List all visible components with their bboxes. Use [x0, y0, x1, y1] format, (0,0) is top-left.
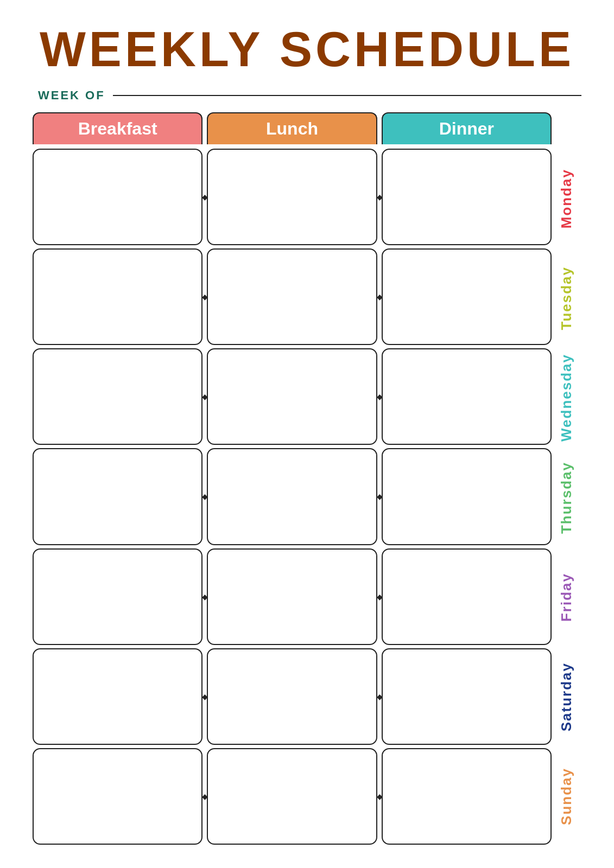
tuesday-breakfast-cell[interactable] — [33, 248, 202, 345]
day-label-tuesday-container: Tuesday — [552, 248, 581, 348]
page: WEEKLY SCHEDULE WEEK OF Breakfast Lunch … — [0, 0, 614, 868]
day-label-monday: Monday — [558, 169, 575, 228]
wednesday-breakfast-cell[interactable] — [33, 348, 202, 445]
friday-dinner-cell[interactable] — [382, 548, 552, 645]
header-spacer — [552, 115, 581, 149]
breakfast-label: Breakfast — [78, 119, 157, 138]
header-lunch: Lunch — [207, 112, 377, 144]
day-label-thursday-container: Thursday — [552, 448, 581, 547]
days-sidebar: Monday Tuesday Wednesday Thursday Friday… — [552, 112, 581, 846]
dinner-label: Dinner — [439, 119, 494, 138]
monday-dinner-cell[interactable] — [382, 149, 552, 245]
friday-lunch-cell[interactable] — [207, 548, 377, 645]
day-label-wednesday-container: Wednesday — [552, 348, 581, 448]
row-friday — [33, 547, 552, 647]
schedule-area: Breakfast Lunch Dinner — [33, 112, 581, 846]
day-label-thursday: Thursday — [558, 462, 575, 534]
rows-area — [33, 147, 552, 846]
week-of-line — [113, 95, 581, 96]
day-label-friday: Friday — [558, 573, 575, 622]
sunday-dinner-cell[interactable] — [382, 748, 552, 845]
thursday-dinner-cell[interactable] — [382, 448, 552, 545]
sunday-breakfast-cell[interactable] — [33, 748, 202, 845]
monday-lunch-cell[interactable] — [207, 149, 377, 245]
day-label-sunday-container: Sunday — [552, 746, 581, 846]
header-row: Breakfast Lunch Dinner — [33, 112, 552, 144]
thursday-lunch-cell[interactable] — [207, 448, 377, 545]
row-tuesday — [33, 247, 552, 347]
tuesday-dinner-cell[interactable] — [382, 248, 552, 345]
row-saturday — [33, 647, 552, 746]
day-label-monday-container: Monday — [552, 149, 581, 248]
page-title: WEEKLY SCHEDULE — [40, 22, 574, 78]
day-label-saturday-container: Saturday — [552, 647, 581, 747]
row-monday — [33, 147, 552, 247]
row-thursday — [33, 446, 552, 546]
day-label-friday-container: Friday — [552, 547, 581, 647]
day-label-wednesday: Wednesday — [558, 354, 575, 442]
lunch-label: Lunch — [266, 119, 318, 138]
thursday-breakfast-cell[interactable] — [33, 448, 202, 545]
saturday-lunch-cell[interactable] — [207, 648, 377, 745]
tuesday-lunch-cell[interactable] — [207, 248, 377, 345]
day-label-sunday: Sunday — [558, 768, 575, 825]
sunday-lunch-cell[interactable] — [207, 748, 377, 845]
week-of-label: WEEK OF — [38, 88, 105, 103]
week-of-row: WEEK OF — [33, 88, 581, 103]
monday-breakfast-cell[interactable] — [33, 149, 202, 245]
row-sunday — [33, 746, 552, 846]
day-label-saturday: Saturday — [558, 662, 575, 731]
saturday-dinner-cell[interactable] — [382, 648, 552, 745]
row-wednesday — [33, 347, 552, 446]
day-label-tuesday: Tuesday — [558, 266, 575, 330]
grid-container: Breakfast Lunch Dinner — [33, 112, 552, 846]
header-breakfast: Breakfast — [33, 112, 202, 144]
saturday-breakfast-cell[interactable] — [33, 648, 202, 745]
wednesday-lunch-cell[interactable] — [207, 348, 377, 445]
header-dinner: Dinner — [382, 112, 552, 144]
wednesday-dinner-cell[interactable] — [382, 348, 552, 445]
friday-breakfast-cell[interactable] — [33, 548, 202, 645]
